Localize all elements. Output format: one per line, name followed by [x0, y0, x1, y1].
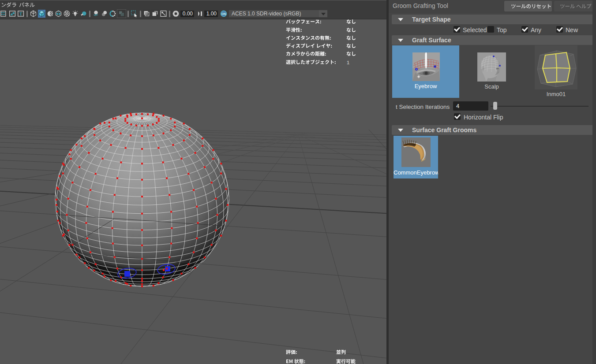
svg-text:ON: ON [221, 12, 226, 15]
svg-text:T: T [19, 11, 22, 16]
